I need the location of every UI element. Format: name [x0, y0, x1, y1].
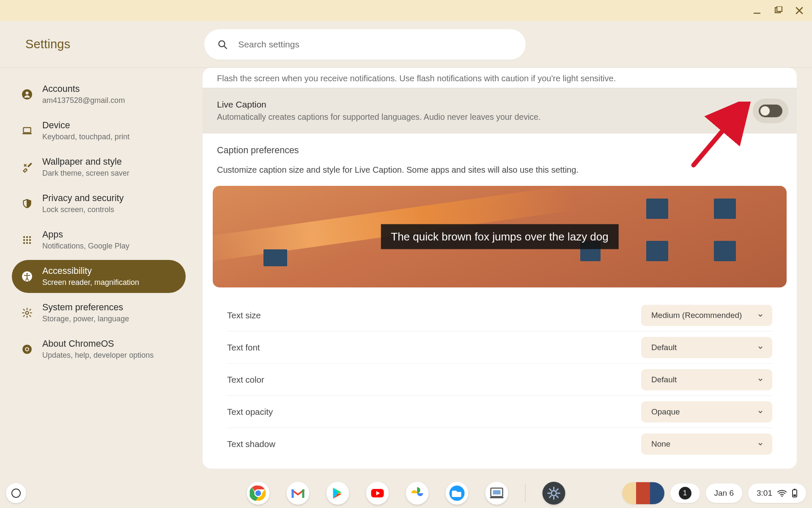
option-label: Text font: [227, 342, 260, 353]
sidebar-item-accounts[interactable]: Accounts am4137528@gmail.com: [12, 78, 186, 111]
search-input[interactable]: [238, 39, 513, 50]
laptop-icon: [21, 125, 33, 137]
youtube-app-icon[interactable]: [366, 482, 389, 505]
gmail-app-icon[interactable]: [287, 482, 310, 505]
caption-preview-text: The quick brown fox jumps over the lazy …: [381, 224, 618, 249]
sidebar-item-sub: Notifications, Google Play: [42, 242, 129, 251]
app-header: Settings: [0, 21, 812, 68]
caret-down-icon: [758, 313, 763, 318]
select-value: Default: [651, 375, 677, 384]
live-caption-title: Live Caption: [217, 99, 540, 110]
option-label: Text color: [227, 375, 264, 385]
sidebar: Accounts am4137528@gmail.com Device Keyb…: [0, 68, 192, 478]
search-icon: [217, 39, 228, 50]
svg-line-42: [557, 489, 558, 491]
sidebar-item-system[interactable]: System preferences Storage, power, langu…: [12, 296, 186, 329]
content-area: Flash the screen when you receive notifi…: [192, 68, 812, 478]
gear-icon: [21, 307, 33, 319]
text-color-select[interactable]: Default: [641, 369, 772, 390]
sidebar-item-wallpaper[interactable]: Wallpaper and style Dark theme, screen s…: [12, 151, 186, 184]
svg-point-18: [26, 273, 28, 275]
svg-line-43: [550, 496, 551, 498]
screenshot-app-icon[interactable]: [486, 482, 508, 505]
sidebar-item-label: Device: [42, 120, 129, 131]
svg-point-13: [29, 239, 31, 241]
live-caption-row: Live Caption Automatically creates capti…: [203, 88, 797, 133]
text-font-select[interactable]: Default: [641, 337, 772, 358]
date-pill[interactable]: Jan 6: [706, 483, 742, 503]
sidebar-item-label: Accounts: [42, 84, 125, 94]
shelf-time: 3:01: [757, 489, 772, 498]
svg-point-12: [26, 239, 28, 241]
svg-point-19: [26, 312, 29, 315]
sidebar-item-privacy[interactable]: Privacy and security Lock screen, contro…: [12, 187, 186, 220]
battery-icon: [792, 489, 798, 498]
select-value: Medium (Recommended): [651, 311, 742, 320]
chrome-app-icon[interactable]: [247, 482, 270, 505]
sidebar-item-device[interactable]: Device Keyboard, touchpad, print: [12, 114, 186, 147]
sidebar-item-sub: Screen reader, magnification: [42, 278, 139, 287]
search-bar[interactable]: [204, 29, 526, 60]
select-value: None: [651, 439, 670, 449]
option-row-text-shadow: Text shadow None: [227, 428, 772, 460]
caret-down-icon: [758, 409, 763, 414]
select-value: Opaque: [651, 407, 680, 417]
caret-down-icon: [758, 442, 763, 447]
svg-rect-0: [754, 13, 760, 14]
sidebar-item-label: System preferences: [42, 302, 129, 313]
svg-point-44: [781, 495, 782, 497]
sidebar-item-sub: Lock screen, controls: [42, 205, 123, 214]
sidebar-item-sub: Storage, power, language: [42, 315, 129, 323]
svg-rect-6: [23, 127, 30, 133]
svg-rect-46: [794, 489, 796, 490]
text-opacity-select[interactable]: Opaque: [641, 401, 772, 422]
option-row-text-opacity: Text opacity Opaque: [227, 396, 772, 428]
launcher-icon: [11, 489, 21, 498]
minimize-button[interactable]: [752, 6, 762, 16]
svg-point-14: [23, 242, 25, 244]
launcher-button[interactable]: [6, 483, 26, 503]
settings-app-icon[interactable]: [543, 482, 565, 505]
files-app-icon[interactable]: [446, 482, 469, 505]
option-row-text-size: Text size Medium (Recommended): [227, 299, 772, 331]
sidebar-item-label: About ChromeOS: [42, 339, 154, 349]
caret-down-icon: [758, 345, 763, 350]
caret-down-icon: [758, 377, 763, 382]
caption-preferences-description: Customize caption size and style for Liv…: [217, 165, 782, 175]
sidebar-item-about[interactable]: About ChromeOS Updates, help, developer …: [12, 333, 186, 366]
svg-point-22: [26, 348, 28, 350]
text-size-select[interactable]: Medium (Recommended): [641, 305, 772, 326]
page-title: Settings: [25, 37, 70, 51]
svg-point-35: [551, 491, 557, 496]
previous-setting-description: Flash the screen when you receive notifi…: [203, 68, 797, 88]
svg-point-10: [29, 236, 31, 238]
svg-point-16: [29, 242, 31, 244]
shelf: 1 Jan 6 3:01: [0, 478, 812, 508]
apps-grid-icon: [21, 234, 33, 246]
maximize-button[interactable]: [773, 6, 783, 16]
svg-point-11: [23, 239, 25, 241]
tote-tray[interactable]: [622, 482, 664, 504]
text-shadow-select[interactable]: None: [641, 433, 772, 455]
close-button[interactable]: [794, 6, 804, 16]
live-caption-description: Automatically creates captions for suppo…: [217, 112, 540, 122]
chrome-icon: [21, 343, 33, 355]
svg-rect-29: [302, 489, 304, 498]
wifi-icon: [777, 489, 787, 497]
option-row-text-font: Text font Default: [227, 331, 772, 364]
notifications-button[interactable]: 1: [670, 483, 700, 503]
sidebar-item-label: Accessibility: [42, 266, 139, 276]
play-store-app-icon[interactable]: [326, 482, 349, 505]
sidebar-item-sub: Keyboard, touchpad, print: [42, 133, 129, 141]
photos-app-icon[interactable]: [406, 482, 429, 505]
svg-rect-34: [490, 497, 504, 498]
svg-line-40: [550, 489, 551, 491]
select-value: Default: [651, 343, 677, 352]
shelf-date: Jan 6: [714, 489, 734, 498]
svg-point-5: [26, 91, 29, 94]
live-caption-toggle[interactable]: [759, 105, 782, 117]
toggle-knob: [760, 106, 770, 116]
sidebar-item-apps[interactable]: Apps Notifications, Google Play: [12, 224, 186, 257]
status-tray[interactable]: 3:01: [748, 483, 806, 503]
sidebar-item-accessibility[interactable]: Accessibility Screen reader, magnificati…: [12, 260, 186, 293]
